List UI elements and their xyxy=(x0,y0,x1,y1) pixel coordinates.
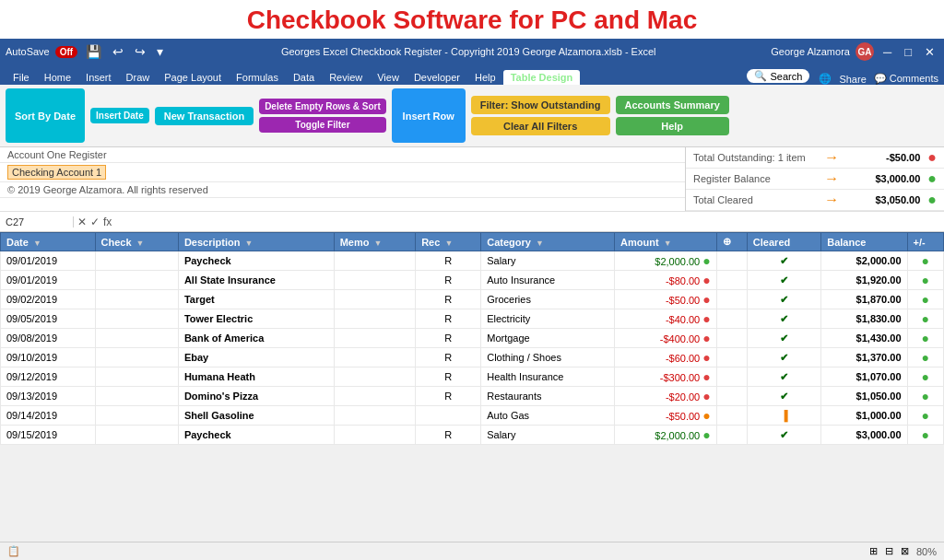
cell-description[interactable]: Domino's Pizza xyxy=(178,387,334,406)
tab-developer[interactable]: Developer xyxy=(407,70,467,85)
autosave-toggle[interactable]: Off xyxy=(55,46,77,58)
cell-category[interactable]: Groceries xyxy=(481,290,615,309)
cell-rec[interactable]: R xyxy=(416,387,481,406)
page-view-icon[interactable]: ⊠ xyxy=(901,545,909,557)
cell-category[interactable]: Clothing / Shoes xyxy=(481,348,615,368)
cell-memo[interactable] xyxy=(334,309,416,329)
tab-review[interactable]: Review xyxy=(322,70,370,85)
cancel-cell-icon[interactable]: ✕ xyxy=(77,216,87,228)
search-box[interactable]: 🔍 Search xyxy=(747,69,810,83)
cell-amount[interactable]: $2,000.00 ● xyxy=(615,426,717,445)
customize-icon[interactable]: ▾ xyxy=(154,44,166,59)
cell-cleared[interactable]: ✔ xyxy=(747,251,820,271)
cell-cleared[interactable]: ✔ xyxy=(747,387,820,406)
cell-category[interactable]: Auto Gas xyxy=(481,406,615,426)
accounts-summary-button[interactable]: Accounts Summary xyxy=(616,96,729,114)
cell-date[interactable]: 09/12/2019 xyxy=(1,368,96,387)
cell-description[interactable]: Humana Heath xyxy=(178,368,334,387)
cell-rec[interactable]: R xyxy=(416,348,481,368)
cell-date[interactable]: 09/08/2019 xyxy=(1,329,96,348)
tab-home[interactable]: Home xyxy=(37,70,78,85)
cell-reference[interactable]: C27 xyxy=(0,216,74,228)
restore-button[interactable]: □ xyxy=(901,45,915,59)
cell-check[interactable] xyxy=(95,309,178,329)
close-button[interactable]: ✕ xyxy=(921,45,938,59)
filter-show-button[interactable]: Filter: Show Outstanding xyxy=(471,96,610,114)
formula-icon[interactable]: fx xyxy=(103,216,112,228)
cell-amount[interactable]: $2,000.00 ● xyxy=(615,251,717,271)
cell-plus-minus[interactable]: ● xyxy=(907,406,943,426)
insert-row-button[interactable]: Insert Row xyxy=(392,88,466,143)
cell-memo[interactable] xyxy=(334,251,416,271)
cell-category[interactable]: Salary xyxy=(481,426,615,445)
cell-description[interactable]: Ebay xyxy=(178,348,334,368)
filter-amount[interactable]: ▼ xyxy=(664,239,672,248)
cell-cleared[interactable]: ✔ xyxy=(747,368,820,387)
cell-check[interactable] xyxy=(95,251,178,271)
cell-category[interactable]: Electricity xyxy=(481,309,615,329)
cell-check[interactable] xyxy=(95,290,178,309)
cell-cleared[interactable]: ✔ xyxy=(747,348,820,368)
cell-description[interactable]: Bank of America xyxy=(178,329,334,348)
cell-date[interactable]: 09/05/2019 xyxy=(1,309,96,329)
cell-balance[interactable]: $1,000.00 xyxy=(821,406,907,426)
cell-memo[interactable] xyxy=(334,368,416,387)
cell-balance[interactable]: $1,430.00 xyxy=(821,329,907,348)
cell-cleared[interactable]: ✔ xyxy=(747,426,820,445)
undo-icon[interactable]: ↩ xyxy=(110,44,126,59)
cell-category[interactable]: Restaurants xyxy=(481,387,615,406)
cell-rec[interactable]: R xyxy=(416,426,481,445)
sheet-tab[interactable]: 📋 xyxy=(7,545,20,557)
cell-memo[interactable] xyxy=(334,348,416,368)
tab-tabledesign[interactable]: Table Design xyxy=(503,70,581,85)
cell-plus-minus[interactable]: ● xyxy=(907,329,943,348)
cell-memo[interactable] xyxy=(334,290,416,309)
cell-cleared[interactable]: ✔ xyxy=(747,271,820,290)
cell-date[interactable]: 09/13/2019 xyxy=(1,387,96,406)
sort-by-date-button[interactable]: Sort By Date xyxy=(6,88,85,143)
cell-cleared[interactable]: ✔ xyxy=(747,290,820,309)
insert-date-button[interactable]: Insert Date xyxy=(90,108,149,123)
tab-formulas[interactable]: Formulas xyxy=(229,70,286,85)
table-scroll[interactable]: Date ▼ Check ▼ Description ▼ Memo ▼ Rec … xyxy=(0,232,944,445)
cell-category[interactable]: Mortgage xyxy=(481,329,615,348)
cell-balance[interactable]: $1,070.00 xyxy=(821,368,907,387)
cell-cleared[interactable]: ✔ xyxy=(747,309,820,329)
cell-rec[interactable]: R xyxy=(416,290,481,309)
cell-cleared[interactable]: ✔ xyxy=(747,329,820,348)
tab-draw[interactable]: Draw xyxy=(119,70,158,85)
cell-date[interactable]: 09/14/2019 xyxy=(1,406,96,426)
cell-check[interactable] xyxy=(95,271,178,290)
cell-amount[interactable]: -$80.00 ● xyxy=(615,271,717,290)
cell-date[interactable]: 09/01/2019 xyxy=(1,251,96,271)
cell-description[interactable]: All State Insurance xyxy=(178,271,334,290)
cell-memo[interactable] xyxy=(334,271,416,290)
tab-insert[interactable]: Insert xyxy=(78,70,119,85)
cell-plus-minus[interactable]: ● xyxy=(907,387,943,406)
cell-rec[interactable]: R xyxy=(416,271,481,290)
cell-category[interactable]: Salary xyxy=(481,251,615,271)
cell-rec[interactable]: R xyxy=(416,368,481,387)
cell-balance[interactable]: $3,000.00 xyxy=(821,426,907,445)
clear-all-button[interactable]: Clear All Filters xyxy=(471,117,610,135)
minimize-button[interactable]: ─ xyxy=(879,45,895,59)
toggle-filter-button[interactable]: Toggle Filter xyxy=(259,117,386,133)
cell-balance[interactable]: $2,000.00 xyxy=(821,251,907,271)
cell-amount[interactable]: -$50.00 ● xyxy=(615,290,717,309)
cell-amount[interactable]: -$40.00 ● xyxy=(615,309,717,329)
cell-check[interactable] xyxy=(95,387,178,406)
cell-description[interactable]: Paycheck xyxy=(178,251,334,271)
cell-balance[interactable]: $1,830.00 xyxy=(821,309,907,329)
cell-description[interactable]: Tower Electric xyxy=(178,309,334,329)
cell-amount[interactable]: -$60.00 ● xyxy=(615,348,717,368)
cell-check[interactable] xyxy=(95,368,178,387)
cell-check[interactable] xyxy=(95,426,178,445)
cell-rec[interactable]: R xyxy=(416,329,481,348)
layout-view-icon[interactable]: ⊟ xyxy=(885,545,893,557)
cell-rec[interactable] xyxy=(416,406,481,426)
cell-date[interactable]: 09/01/2019 xyxy=(1,271,96,290)
cell-plus-minus[interactable]: ● xyxy=(907,271,943,290)
filter-rec[interactable]: ▼ xyxy=(444,239,453,248)
cell-memo[interactable] xyxy=(334,406,416,426)
cell-plus-minus[interactable]: ● xyxy=(907,309,943,329)
